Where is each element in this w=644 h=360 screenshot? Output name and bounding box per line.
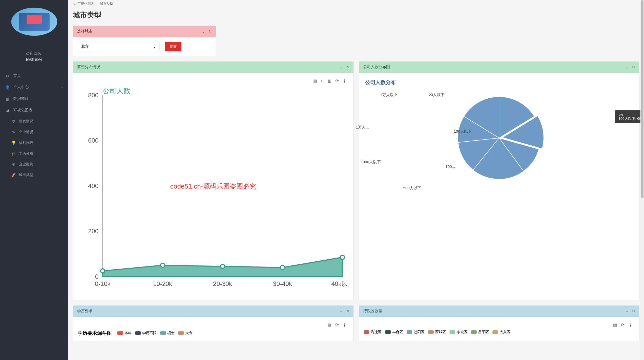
svg-text:40k以上: 40k以上 xyxy=(331,280,349,287)
district-card: 行政区数量 ⌄ ↻ ▤ ⟳ ⭳ 海淀区丰台区朝阳区西城区东城区昌平区大兴区 xyxy=(359,305,640,341)
line-toggle-icon[interactable]: ⩍ xyxy=(321,78,323,83)
pie-slice-label: 1000人以下 xyxy=(361,160,381,165)
legend-swatch xyxy=(135,331,141,335)
svg-point-8 xyxy=(101,269,105,273)
rocket-icon: 🚀 xyxy=(11,173,16,177)
legend-item[interactable]: 海淀区 xyxy=(364,330,382,334)
svg-text:400: 400 xyxy=(88,182,99,189)
data-view-icon[interactable]: ▤ xyxy=(313,78,317,83)
legend-item[interactable]: 丰台区 xyxy=(385,330,403,334)
nav-sub-enterprise[interactable]: ✎企业情况 xyxy=(0,127,68,137)
legend-swatch xyxy=(364,330,369,334)
card-title: 薪资分布情况 xyxy=(77,65,100,69)
chart-toolbar: ▤ ⟳ ⭳ xyxy=(364,321,635,330)
legend-item[interactable]: 本科 xyxy=(117,331,132,335)
legend-swatch xyxy=(117,331,123,335)
collapse-icon[interactable]: ⌄ xyxy=(202,29,205,33)
download-icon[interactable]: ⭳ xyxy=(628,322,632,327)
education-card: 学历要求 ⌄ ↻ ▤ ⟳ ⭳ 学历要求漏斗图 本科学历不限硕士大专 xyxy=(73,305,354,341)
download-icon[interactable]: ⭳ xyxy=(343,322,347,327)
svg-text:公司人数: 公司人数 xyxy=(103,87,130,95)
refresh-icon[interactable]: ↻ xyxy=(346,309,349,313)
refresh-icon[interactable]: ↻ xyxy=(346,65,349,69)
card-title: 学历要求 xyxy=(77,309,93,313)
pie-slice-label: 20人以下 xyxy=(429,92,445,97)
legend-item[interactable]: 东城区 xyxy=(450,330,467,334)
company-pie-card: 公司人数分布图 ⌄ ↻ 公司人数分布 pie 100人以下: 69 20 xyxy=(359,61,640,300)
nav-sub-education[interactable]: 🎓学历分布 xyxy=(0,148,68,159)
refresh-icon[interactable]: ↻ xyxy=(209,29,212,33)
legend-item[interactable]: 硕士 xyxy=(160,331,175,335)
city-select-card: 选择城市 ⌄ ↻ 北京 ⌄ 提交 xyxy=(73,26,216,56)
legend-item[interactable]: 朝阳区 xyxy=(407,330,424,334)
card-header: 行政区数量 ⌄ ↻ xyxy=(359,306,639,317)
globe-icon: ⊛ xyxy=(11,162,16,167)
breadcrumb-sep: / xyxy=(97,2,98,6)
nav-profile[interactable]: 👤 个人中心 › xyxy=(0,82,68,93)
pie-slice-label: 1万人... xyxy=(356,125,369,130)
nav-stats[interactable]: ▦ 数据统计 xyxy=(0,93,68,104)
nav-sub-funding[interactable]: ⊛企业融资 xyxy=(0,159,68,170)
download-icon[interactable]: ⭳ xyxy=(343,78,347,83)
home-icon[interactable]: ⌂ xyxy=(73,2,75,6)
svg-point-12 xyxy=(340,255,344,259)
pie-slice-label: 100人以下 xyxy=(454,129,472,134)
svg-point-11 xyxy=(280,265,284,270)
restore-icon[interactable]: ⟳ xyxy=(335,78,339,83)
nav-label: 首页 xyxy=(13,73,21,78)
data-view-icon[interactable]: ▤ xyxy=(327,322,331,327)
nav-charts[interactable]: ◢ 可视化图表 ⌄ xyxy=(0,104,68,116)
legend-item[interactable]: 大兴区 xyxy=(492,330,510,334)
city-select[interactable]: 北京 ⌄ xyxy=(78,42,159,51)
submit-button[interactable]: 提交 xyxy=(165,42,181,51)
collapse-icon[interactable]: ⌄ xyxy=(340,309,343,313)
company-pie-chart: pie 100人以下: 69 20人以下100人以下100...500人以下10… xyxy=(364,89,635,187)
nav: ⊘ 首页 👤 个人中心 › ▦ 数据统计 ◢ 可视化图表 ⌄ ✲薪资情况 ✎企业… xyxy=(0,70,68,180)
nav-sub-salary[interactable]: ✲薪资情况 xyxy=(0,116,68,127)
dashboard-icon: ⊘ xyxy=(5,74,10,78)
scrollbar[interactable] xyxy=(640,0,644,360)
sidebar: 欢迎回来, testuser ⊘ 首页 👤 个人中心 › ▦ 数据统计 ◢ 可视… xyxy=(0,0,68,360)
welcome-block: 欢迎回来, testuser xyxy=(0,41,68,70)
nav-sub-citytype[interactable]: 🚀城市类型 xyxy=(0,170,68,180)
svg-point-9 xyxy=(160,263,165,267)
collapse-icon[interactable]: ⌄ xyxy=(625,309,628,313)
legend-swatch xyxy=(160,331,166,335)
restore-icon[interactable]: ⟳ xyxy=(335,322,339,327)
refresh-icon[interactable]: ↻ xyxy=(632,309,635,313)
welcome-text: 欢迎回来, xyxy=(0,51,68,56)
nav-label: 可视化图表 xyxy=(13,108,32,113)
collapse-icon[interactable]: ⌄ xyxy=(625,65,628,69)
legend-swatch xyxy=(450,330,455,334)
card-header: 选择城市 ⌄ ↻ xyxy=(73,26,216,37)
svg-text:20-30k: 20-30k xyxy=(213,280,233,287)
legend-item[interactable]: 昌平区 xyxy=(471,330,489,334)
breadcrumb-seg[interactable]: 可视化图表 xyxy=(77,2,94,6)
page-title: 城市类型 xyxy=(73,7,639,26)
user-icon: 👤 xyxy=(5,85,10,90)
logo xyxy=(0,0,68,41)
svg-text:600: 600 xyxy=(88,137,99,144)
nav-home[interactable]: ⊘ 首页 xyxy=(0,70,68,82)
breadcrumb-seg: 城市类型 xyxy=(100,2,113,6)
data-view-icon[interactable]: ▤ xyxy=(613,322,617,327)
nav-sub: ✲薪资情况 ✎企业情况 💡福利词云 🎓学历分布 ⊛企业融资 🚀城市类型 xyxy=(0,116,68,180)
card-header: 学历要求 ⌄ ↻ xyxy=(73,306,353,317)
collapse-icon[interactable]: ⌄ xyxy=(340,65,343,69)
restore-icon[interactable]: ⟳ xyxy=(621,322,624,327)
legend-swatch xyxy=(385,330,391,334)
legend-item[interactable]: 大专 xyxy=(178,331,192,335)
chart-toolbar: ▤ ⟳ ⭳ xyxy=(78,321,349,330)
card-title: 选择城市 xyxy=(77,29,93,34)
legend-item[interactable]: 学历不限 xyxy=(135,331,157,335)
bar-toggle-icon[interactable]: ▥ xyxy=(327,78,331,83)
card-title: 行政区数量 xyxy=(363,309,382,313)
pie-slice-label: 100... xyxy=(445,164,455,169)
refresh-icon[interactable]: ↻ xyxy=(632,65,635,69)
legend-swatch xyxy=(471,330,477,334)
legend-swatch xyxy=(178,331,184,335)
chevron-down-icon: ⌄ xyxy=(153,44,156,49)
pie-slice-label: 500人以下 xyxy=(403,186,421,191)
nav-sub-wordcloud[interactable]: 💡福利词云 xyxy=(0,137,68,148)
legend-item[interactable]: 西城区 xyxy=(428,330,446,334)
